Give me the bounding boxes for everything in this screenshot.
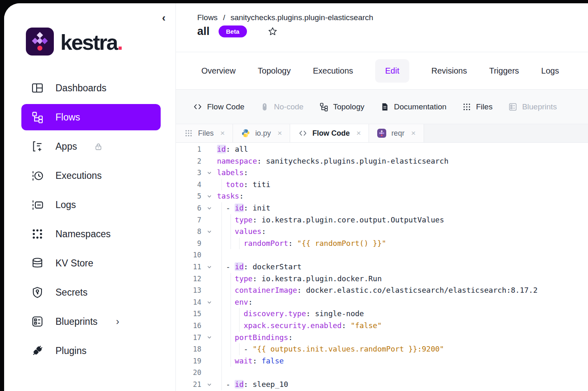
fold-chevron-icon[interactable] <box>201 296 217 308</box>
toolbar-topology[interactable]: Topology <box>319 102 364 111</box>
namespaces-icon <box>31 228 44 240</box>
code-line[interactable]: 9 randomPort: "{{ randomPort() }}" <box>176 238 588 250</box>
fold-chevron-icon[interactable] <box>201 202 217 214</box>
mouse-icon <box>260 102 269 111</box>
code-line[interactable]: 5tasks: <box>176 190 588 202</box>
close-icon[interactable]: × <box>220 129 225 138</box>
star-icon[interactable] <box>267 26 278 37</box>
line-number: 16 <box>176 320 201 332</box>
fold-chevron-icon[interactable] <box>201 379 217 391</box>
line-number: 12 <box>176 273 201 285</box>
tab-overview[interactable]: Overview <box>201 66 235 76</box>
code-line[interactable]: 21 - id: sleep_10 <box>176 379 588 391</box>
main-content: Flows / sanitychecks.plugins.plugin-elas… <box>176 3 588 391</box>
toolbar-files[interactable]: Files <box>462 102 493 111</box>
toolbar-flow-code[interactable]: Flow Code <box>193 102 244 111</box>
code-line[interactable]: 14 env: <box>176 296 588 308</box>
toolbar-documentation[interactable]: Documentation <box>380 102 447 111</box>
sidebar-item-executions[interactable]: Executions <box>21 162 161 189</box>
brand-dot: . <box>117 30 122 54</box>
editor-tab-label: io.py <box>255 129 271 138</box>
breadcrumb-flows-link[interactable]: Flows <box>197 13 218 22</box>
code-line[interactable]: 10 <box>176 249 588 261</box>
editor-tab-reqr[interactable]: reqr × <box>369 124 424 142</box>
code-line[interactable]: 18 - "{{ outputs.init.values.randomPort … <box>176 343 588 355</box>
code-line[interactable]: 15 discovery.type: single-node <box>176 308 588 320</box>
tab-executions[interactable]: Executions <box>313 66 353 76</box>
kestra-mini-icon <box>377 128 387 138</box>
yaml-string: "false" <box>350 321 382 330</box>
sidebar-item-dashboards[interactable]: Dashboards <box>21 75 161 101</box>
code-line-content: xpack.security.enabled: "false" <box>217 320 588 332</box>
code-line[interactable]: 3labels: <box>176 167 588 179</box>
fold-chevron-icon[interactable] <box>201 332 217 344</box>
sidebar-item-flows[interactable]: Flows <box>21 104 161 130</box>
breadcrumb-namespace-link[interactable]: sanitychecks.plugins.plugin-elasticsearc… <box>231 13 373 22</box>
code-line[interactable]: 8 values: <box>176 226 588 238</box>
fold-chevron-icon[interactable] <box>201 226 217 238</box>
toolbar-blueprints[interactable]: Blueprints <box>508 102 557 111</box>
code-line[interactable]: 16 xpack.security.enabled: "false" <box>176 320 588 332</box>
code-line[interactable]: 17 portBindings: <box>176 332 588 344</box>
yaml-text: dockerStart <box>253 262 302 271</box>
page-title: all <box>197 25 210 38</box>
editor-tabstrip: Files × io.py × Flow Code <box>176 124 588 143</box>
tab-revisions[interactable]: Revisions <box>431 66 467 76</box>
close-icon[interactable]: × <box>411 129 415 138</box>
yaml-text: io.kestra.plugin.docker.Run <box>261 274 382 283</box>
code-line[interactable]: 2namespace: sanitychecks.plugins.plugin-… <box>176 155 588 167</box>
fold-gutter <box>201 143 217 155</box>
line-number: 3 <box>176 167 201 179</box>
blueprints-icon <box>31 315 44 328</box>
indent-guide <box>221 367 222 379</box>
toolbar-label: No-code <box>274 102 304 111</box>
editor-tab-files[interactable]: Files × <box>176 124 233 142</box>
dots-grid-icon <box>462 102 471 111</box>
sidebar-collapse-icon[interactable]: ‹ <box>162 12 166 23</box>
sidebar-item-blueprints[interactable]: Blueprints › <box>21 308 161 335</box>
fold-gutter <box>201 238 217 250</box>
sidebar-item-plugins[interactable]: Plugins <box>21 338 161 364</box>
sidebar-item-secrets[interactable]: Secrets <box>21 279 161 305</box>
editor-tab-flow-code[interactable]: Flow Code × <box>290 124 369 142</box>
yaml-key: discovery.type <box>244 309 306 318</box>
code-line[interactable]: 20 <box>176 367 588 379</box>
sidebar-item-logs[interactable]: Logs <box>21 192 161 218</box>
close-icon[interactable]: × <box>356 129 361 138</box>
code-line-content: namespace: sanitychecks.plugins.plugin-e… <box>217 155 588 167</box>
flows-icon <box>31 111 44 123</box>
line-number: 15 <box>176 308 201 320</box>
tab-triggers[interactable]: Triggers <box>489 66 519 76</box>
tab-logs[interactable]: Logs <box>541 66 559 76</box>
sidebar-item-apps[interactable]: Apps <box>21 133 161 160</box>
yaml-text: : <box>239 192 244 200</box>
code-line[interactable]: 1id: all <box>176 143 588 155</box>
fold-chevron-icon[interactable] <box>201 190 217 202</box>
fold-gutter <box>201 367 217 379</box>
code-line-content <box>217 249 588 261</box>
code-line-content: portBindings: <box>217 332 588 344</box>
line-number: 1 <box>176 143 201 155</box>
tab-topology[interactable]: Topology <box>258 66 291 76</box>
close-icon[interactable]: × <box>277 129 282 138</box>
code-icon <box>298 128 308 138</box>
line-number: 8 <box>176 226 201 238</box>
code-line[interactable]: 13 containerImage: docker.elastic.co/ela… <box>176 285 588 296</box>
code-line[interactable]: 7 type: io.kestra.plugin.core.output.Out… <box>176 214 588 226</box>
toolbar-no-code[interactable]: No-code <box>260 102 304 111</box>
fold-chevron-icon[interactable] <box>201 167 217 179</box>
yaml-text: : <box>244 204 253 212</box>
code-line[interactable]: 4 toto: titi <box>176 179 588 191</box>
code-line[interactable]: 11 - id: dockerStart <box>176 261 588 273</box>
editor-tab-label: reqr <box>391 129 404 138</box>
sidebar-item-label: Secrets <box>55 287 88 298</box>
tab-edit[interactable]: Edit <box>375 59 409 83</box>
code-line[interactable]: 19 wait: false <box>176 355 588 367</box>
code-line[interactable]: 6 - id: init <box>176 202 588 214</box>
sidebar-item-kv-store[interactable]: KV Store <box>21 250 161 276</box>
sidebar-item-namespaces[interactable]: Namespaces <box>21 221 161 247</box>
code-editor[interactable]: 1id: all2namespace: sanitychecks.plugins… <box>176 143 588 391</box>
fold-chevron-icon[interactable] <box>201 261 217 273</box>
editor-tab-iopy[interactable]: io.py × <box>233 124 290 142</box>
code-line[interactable]: 12 type: io.kestra.plugin.docker.Run <box>176 273 588 285</box>
